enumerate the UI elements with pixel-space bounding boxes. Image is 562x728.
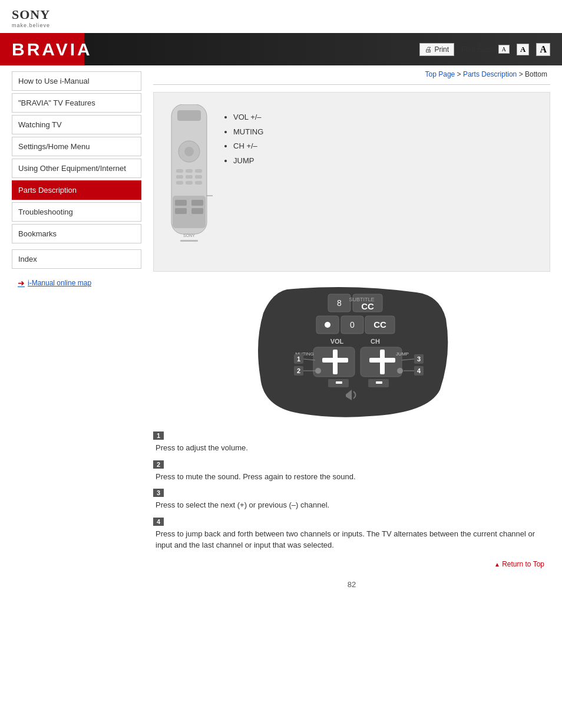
- breadcrumb-top-page[interactable]: Top Page: [425, 70, 455, 78]
- svg-text:1: 1: [297, 355, 300, 363]
- remote-section: SONY VOL +/– MUTING CH +/– JUMP: [153, 92, 550, 272]
- desc-text-1: Press to adjust the volume.: [153, 442, 550, 454]
- remote-label-ch: CH +/–: [233, 139, 263, 154]
- sidebar-item-watching-tv[interactable]: Watching TV: [12, 115, 141, 134]
- svg-rect-11: [186, 181, 193, 185]
- svg-point-28: [325, 322, 330, 328]
- font-large-button[interactable]: A: [536, 43, 550, 56]
- breadcrumb-sep1: >: [457, 70, 463, 78]
- return-top-link[interactable]: ▲ Return to Top: [494, 560, 544, 568]
- sony-logo: SONY: [12, 7, 550, 22]
- svg-text:3: 3: [417, 355, 421, 363]
- font-medium-button[interactable]: A: [517, 44, 529, 55]
- print-icon: 🖨: [425, 45, 432, 54]
- breadcrumb-sep2: >: [519, 70, 525, 78]
- page-footer: 82: [153, 580, 550, 589]
- desc-section-2: 2 Press to mute the sound. Press again t…: [153, 460, 550, 483]
- return-top-label: Return to Top: [502, 560, 544, 568]
- desc-section-3: 3 Press to select the next (+) or previo…: [153, 488, 550, 511]
- font-small-button[interactable]: A: [498, 45, 510, 54]
- svg-rect-46: [336, 381, 342, 384]
- header: SONY make.believe: [0, 0, 562, 33]
- svg-rect-19: [180, 240, 198, 242]
- sidebar-item-using-other[interactable]: Using Other Equipment/Internet: [12, 159, 141, 178]
- banner: BRAVIA 🖨 Print Font Size A A A: [0, 33, 562, 65]
- remote-label-jump: JUMP: [233, 154, 263, 169]
- desc-text-2: Press to mute the sound. Press again to …: [153, 471, 550, 483]
- svg-rect-1: [177, 110, 201, 121]
- svg-rect-9: [195, 175, 202, 179]
- svg-rect-7: [176, 175, 183, 179]
- svg-text:VOL: VOL: [330, 338, 344, 345]
- arrow-right-icon: ➜: [18, 278, 25, 288]
- font-size-label: Font Size: [461, 45, 491, 54]
- bravia-logo: BRAVIA: [12, 39, 92, 60]
- breadcrumb-current: Bottom: [525, 70, 547, 78]
- svg-rect-48: [376, 381, 382, 384]
- sidebar-index[interactable]: Index: [12, 249, 141, 269]
- svg-text:CC: CC: [373, 319, 386, 330]
- triangle-up-icon: ▲: [494, 561, 500, 568]
- svg-text:0: 0: [350, 320, 355, 330]
- svg-rect-5: [186, 169, 193, 173]
- svg-point-44: [397, 368, 403, 374]
- svg-text:4: 4: [417, 367, 421, 374]
- sony-tagline: make.believe: [12, 22, 550, 28]
- remote-labels: VOL +/– MUTING CH +/– JUMP: [224, 104, 263, 169]
- desc-text-4: Press to jump back and forth between two…: [153, 528, 550, 551]
- svg-point-39: [315, 368, 321, 374]
- sidebar-item-bookmarks[interactable]: Bookmarks: [12, 224, 141, 243]
- svg-rect-14: [175, 200, 187, 206]
- svg-rect-16: [191, 200, 203, 206]
- svg-rect-4: [176, 169, 183, 173]
- divider: [153, 84, 550, 85]
- svg-rect-42: [369, 358, 395, 363]
- svg-text:CC: CC: [361, 301, 374, 311]
- breadcrumb: Top Page > Parts Description > Bottom: [153, 70, 550, 78]
- breadcrumb-parts-description[interactable]: Parts Description: [463, 70, 517, 78]
- page-number: 82: [348, 580, 356, 589]
- sidebar-item-parts-description[interactable]: Parts Description: [12, 180, 141, 200]
- desc-section-4: 4 Press to jump back and forth between t…: [153, 517, 550, 551]
- online-map-label: i-Manual online map: [28, 279, 91, 287]
- main-layout: How to Use i-Manual "BRAVIA" TV Features…: [0, 65, 562, 601]
- keypad-svg: 8 SUBTITLE CC 0 CC VOL CH: [252, 284, 452, 419]
- print-button[interactable]: 🖨 Print: [419, 43, 454, 56]
- print-label: Print: [434, 45, 449, 54]
- remote-image-wrapper: SONY: [166, 104, 213, 259]
- sidebar-item-bravia-features[interactable]: "BRAVIA" TV Features: [12, 93, 141, 113]
- svg-rect-10: [176, 181, 183, 185]
- svg-rect-17: [191, 208, 203, 214]
- desc-number-1: 1: [153, 431, 164, 440]
- svg-text:2: 2: [297, 367, 300, 374]
- desc-number-3: 3: [153, 489, 164, 497]
- sidebar-item-settings[interactable]: Settings/Home Menu: [12, 137, 141, 156]
- banner-right: 🖨 Print Font Size A A A: [419, 43, 550, 56]
- svg-rect-6: [195, 169, 202, 173]
- content: Top Page > Parts Description > Bottom: [141, 65, 562, 601]
- remote-label-muting: MUTING: [233, 125, 263, 140]
- svg-rect-8: [186, 175, 193, 179]
- sidebar-item-how-to-use[interactable]: How to Use i-Manual: [12, 71, 141, 91]
- desc-section-1: 1 Press to adjust the volume.: [153, 431, 550, 454]
- svg-rect-15: [175, 208, 187, 214]
- return-to-top[interactable]: ▲ Return to Top: [153, 560, 550, 568]
- remote-svg: SONY: [166, 104, 213, 258]
- sidebar: How to Use i-Manual "BRAVIA" TV Features…: [0, 65, 141, 291]
- svg-rect-12: [195, 181, 202, 185]
- svg-text:CH: CH: [371, 338, 380, 345]
- remote-label-vol: VOL +/–: [233, 110, 263, 125]
- svg-rect-37: [322, 358, 348, 363]
- desc-number-4: 4: [153, 518, 164, 526]
- svg-point-3: [184, 147, 194, 156]
- sidebar-item-troubleshooting[interactable]: Troubleshooting: [12, 202, 141, 222]
- keypad-section: 8 SUBTITLE CC 0 CC VOL CH: [153, 284, 550, 419]
- svg-text:SONY: SONY: [183, 233, 195, 238]
- sidebar-online-map-link[interactable]: ➜ i-Manual online map: [12, 275, 141, 291]
- svg-text:8: 8: [337, 298, 342, 308]
- desc-number-2: 2: [153, 460, 164, 469]
- svg-text:JUMP: JUMP: [396, 351, 409, 357]
- desc-text-3: Press to select the next (+) or previous…: [153, 499, 550, 511]
